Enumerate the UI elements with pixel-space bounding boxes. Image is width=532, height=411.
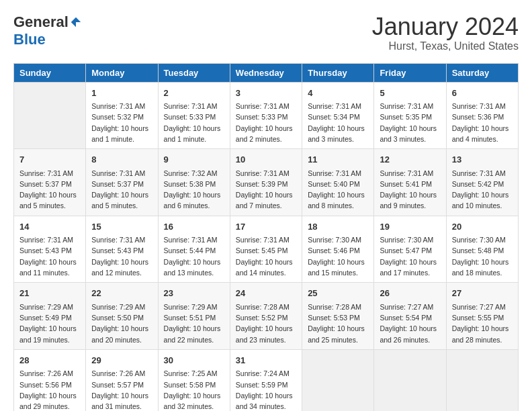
calendar-cell: 24Sunrise: 7:28 AMSunset: 5:52 PMDayligh…	[230, 283, 302, 350]
day-info: Sunrise: 7:28 AMSunset: 5:53 PMDaylight:…	[308, 302, 368, 345]
calendar-cell: 20Sunrise: 7:30 AMSunset: 5:48 PMDayligh…	[446, 216, 518, 283]
calendar-subtitle: Hurst, Texas, United States	[372, 40, 519, 52]
calendar-cell: 22Sunrise: 7:29 AMSunset: 5:50 PMDayligh…	[86, 283, 158, 350]
day-number: 24	[236, 287, 296, 300]
day-info: Sunrise: 7:31 AMSunset: 5:34 PMDaylight:…	[308, 101, 368, 144]
calendar-cell: 26Sunrise: 7:27 AMSunset: 5:54 PMDayligh…	[374, 283, 446, 350]
day-info: Sunrise: 7:31 AMSunset: 5:43 PMDaylight:…	[91, 234, 152, 278]
logo-blue: Blue	[13, 31, 46, 48]
calendar-title: January 2024	[372, 13, 519, 40]
day-number: 1	[91, 87, 152, 100]
day-info: Sunrise: 7:31 AMSunset: 5:43 PMDaylight:…	[19, 234, 80, 278]
calendar-cell: 29Sunrise: 7:26 AMSunset: 5:57 PMDayligh…	[86, 349, 158, 411]
day-number: 9	[164, 153, 224, 167]
calendar-cell: 25Sunrise: 7:28 AMSunset: 5:53 PMDayligh…	[302, 283, 374, 350]
day-number: 27	[452, 287, 513, 300]
calendar-cell: 1Sunrise: 7:31 AMSunset: 5:32 PMDaylight…	[86, 82, 158, 149]
header-sunday: Sunday	[14, 63, 86, 82]
day-info: Sunrise: 7:31 AMSunset: 5:32 PMDaylight:…	[91, 101, 152, 144]
day-info: Sunrise: 7:31 AMSunset: 5:42 PMDaylight:…	[452, 168, 513, 212]
calendar-cell: 30Sunrise: 7:25 AMSunset: 5:58 PMDayligh…	[158, 349, 230, 411]
day-info: Sunrise: 7:27 AMSunset: 5:54 PMDaylight:…	[380, 302, 440, 345]
calendar-cell: 11Sunrise: 7:31 AMSunset: 5:40 PMDayligh…	[302, 149, 374, 216]
logo-icon	[70, 16, 82, 28]
day-number: 29	[91, 354, 152, 367]
calendar-cell: 23Sunrise: 7:29 AMSunset: 5:51 PMDayligh…	[158, 283, 230, 350]
day-info: Sunrise: 7:30 AMSunset: 5:47 PMDaylight:…	[380, 234, 440, 278]
day-info: Sunrise: 7:31 AMSunset: 5:37 PMDaylight:…	[19, 168, 80, 212]
day-info: Sunrise: 7:25 AMSunset: 5:58 PMDaylight:…	[164, 368, 224, 411]
day-info: Sunrise: 7:26 AMSunset: 5:56 PMDaylight:…	[19, 368, 80, 411]
day-number: 28	[19, 354, 80, 367]
day-number: 30	[164, 354, 224, 367]
day-info: Sunrise: 7:31 AMSunset: 5:35 PMDaylight:…	[380, 101, 440, 144]
calendar-cell: 17Sunrise: 7:31 AMSunset: 5:45 PMDayligh…	[230, 216, 302, 283]
day-number: 14	[19, 220, 80, 234]
logo-general: General	[13, 13, 69, 31]
calendar-cell	[446, 349, 518, 411]
calendar-cell: 8Sunrise: 7:31 AMSunset: 5:37 PMDaylight…	[86, 149, 158, 216]
day-info: Sunrise: 7:31 AMSunset: 5:45 PMDaylight:…	[236, 234, 296, 278]
calendar-cell	[302, 349, 374, 411]
day-info: Sunrise: 7:31 AMSunset: 5:40 PMDaylight:…	[308, 168, 368, 212]
day-number: 25	[308, 287, 368, 300]
day-info: Sunrise: 7:30 AMSunset: 5:48 PMDaylight:…	[452, 234, 513, 278]
day-number: 20	[452, 220, 513, 234]
calendar-cell: 31Sunrise: 7:24 AMSunset: 5:59 PMDayligh…	[230, 349, 302, 411]
calendar-cell: 7Sunrise: 7:31 AMSunset: 5:37 PMDaylight…	[14, 149, 86, 216]
header-monday: Monday	[86, 63, 158, 82]
day-number: 22	[91, 287, 152, 300]
day-info: Sunrise: 7:32 AMSunset: 5:38 PMDaylight:…	[164, 168, 224, 212]
day-number: 5	[380, 87, 440, 100]
day-number: 6	[452, 87, 513, 100]
header-tuesday: Tuesday	[158, 63, 230, 82]
day-number: 16	[164, 220, 224, 234]
week-row-1: 1Sunrise: 7:31 AMSunset: 5:32 PMDaylight…	[14, 82, 519, 149]
day-info: Sunrise: 7:29 AMSunset: 5:49 PMDaylight:…	[19, 302, 80, 345]
calendar-header-row: SundayMondayTuesdayWednesdayThursdayFrid…	[14, 63, 519, 82]
svg-marker-0	[71, 17, 81, 27]
day-number: 4	[308, 87, 368, 100]
day-number: 23	[164, 287, 224, 300]
day-number: 18	[308, 220, 368, 234]
calendar-cell: 2Sunrise: 7:31 AMSunset: 5:33 PMDaylight…	[158, 82, 230, 149]
header-saturday: Saturday	[446, 63, 518, 82]
day-number: 13	[452, 153, 513, 167]
calendar-cell: 4Sunrise: 7:31 AMSunset: 5:34 PMDaylight…	[302, 82, 374, 149]
calendar-table: SundayMondayTuesdayWednesdayThursdayFrid…	[13, 63, 519, 411]
day-number: 3	[236, 87, 296, 100]
calendar-body: 1Sunrise: 7:31 AMSunset: 5:32 PMDaylight…	[14, 82, 519, 411]
day-info: Sunrise: 7:31 AMSunset: 5:41 PMDaylight:…	[380, 168, 440, 212]
day-number: 12	[380, 153, 440, 167]
logo: General Blue	[13, 13, 82, 48]
calendar-cell: 27Sunrise: 7:27 AMSunset: 5:55 PMDayligh…	[446, 283, 518, 350]
calendar-cell: 6Sunrise: 7:31 AMSunset: 5:36 PMDaylight…	[446, 82, 518, 149]
day-info: Sunrise: 7:31 AMSunset: 5:33 PMDaylight:…	[164, 101, 224, 144]
calendar-cell: 18Sunrise: 7:30 AMSunset: 5:46 PMDayligh…	[302, 216, 374, 283]
day-info: Sunrise: 7:31 AMSunset: 5:39 PMDaylight:…	[236, 168, 296, 212]
page-header: General Blue January 2024 Hurst, Texas, …	[13, 13, 519, 52]
day-info: Sunrise: 7:24 AMSunset: 5:59 PMDaylight:…	[236, 368, 296, 411]
day-number: 21	[19, 287, 80, 300]
header-wednesday: Wednesday	[230, 63, 302, 82]
calendar-cell: 9Sunrise: 7:32 AMSunset: 5:38 PMDaylight…	[158, 149, 230, 216]
week-row-4: 21Sunrise: 7:29 AMSunset: 5:49 PMDayligh…	[14, 283, 519, 350]
day-info: Sunrise: 7:26 AMSunset: 5:57 PMDaylight:…	[91, 368, 152, 411]
day-info: Sunrise: 7:29 AMSunset: 5:51 PMDaylight:…	[164, 302, 224, 345]
week-row-3: 14Sunrise: 7:31 AMSunset: 5:43 PMDayligh…	[14, 216, 519, 283]
day-info: Sunrise: 7:31 AMSunset: 5:44 PMDaylight:…	[164, 234, 224, 278]
header-thursday: Thursday	[302, 63, 374, 82]
calendar-cell: 13Sunrise: 7:31 AMSunset: 5:42 PMDayligh…	[446, 149, 518, 216]
calendar-cell	[374, 349, 446, 411]
calendar-cell	[14, 82, 86, 149]
calendar-cell: 19Sunrise: 7:30 AMSunset: 5:47 PMDayligh…	[374, 216, 446, 283]
day-number: 2	[164, 87, 224, 100]
day-number: 7	[19, 153, 80, 167]
calendar-cell: 15Sunrise: 7:31 AMSunset: 5:43 PMDayligh…	[86, 216, 158, 283]
day-number: 17	[236, 220, 296, 234]
day-info: Sunrise: 7:27 AMSunset: 5:55 PMDaylight:…	[452, 302, 513, 345]
calendar-cell: 5Sunrise: 7:31 AMSunset: 5:35 PMDaylight…	[374, 82, 446, 149]
day-info: Sunrise: 7:30 AMSunset: 5:46 PMDaylight:…	[308, 234, 368, 278]
day-info: Sunrise: 7:31 AMSunset: 5:36 PMDaylight:…	[452, 101, 513, 144]
day-info: Sunrise: 7:28 AMSunset: 5:52 PMDaylight:…	[236, 302, 296, 345]
